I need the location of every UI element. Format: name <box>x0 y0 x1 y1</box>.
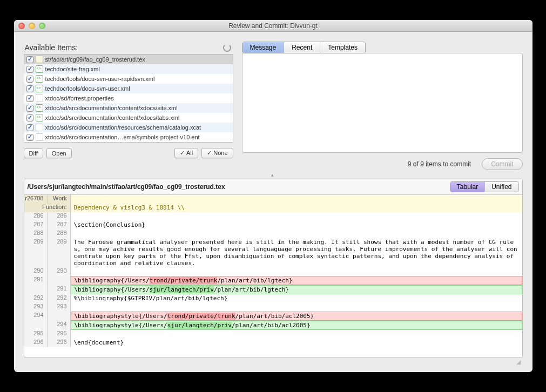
window-title: Review and Commit: Divvun-gt <box>14 22 532 30</box>
checkbox-icon[interactable] <box>26 105 33 112</box>
line-number-left: 296 <box>24 339 48 347</box>
refresh-icon[interactable] <box>223 44 231 52</box>
line-number-right <box>48 276 71 285</box>
diff-code: %\bibliography{$GTPRIV/plan/art/bib/lgte… <box>71 294 522 303</box>
line-number-left: 287 <box>24 221 48 229</box>
diff-code <box>71 212 522 221</box>
diff-button[interactable]: Diff <box>24 148 43 158</box>
message-tabs: Message Recent Templates <box>242 42 366 53</box>
line-number-right <box>48 312 71 321</box>
line-number-right: 287 <box>48 221 71 229</box>
file-name: techdoc/tools/docu-svn-user.xml <box>45 85 130 92</box>
commit-message-input[interactable] <box>242 53 523 153</box>
file-name: xtdoc/sd/src/documentation…ema/symbols-p… <box>45 134 200 140</box>
diff-code <box>71 330 522 339</box>
view-tabular[interactable]: Tabular <box>450 182 485 192</box>
checkbox-icon[interactable] <box>26 66 33 73</box>
checkbox-icon[interactable] <box>26 134 33 141</box>
checkbox-icon[interactable] <box>26 85 33 92</box>
line-number-right: 286 <box>48 212 71 221</box>
checkbox-icon[interactable] <box>26 56 33 63</box>
line-number-left: 290 <box>24 267 48 276</box>
list-item[interactable]: techdoc/site-frag.xml <box>24 64 233 74</box>
diff-code: \section{Conclusion} <box>71 221 522 229</box>
diff-code <box>71 303 522 312</box>
titlebar[interactable]: Review and Commit: Divvun-gt <box>14 20 532 32</box>
checkbox-icon[interactable] <box>26 114 33 121</box>
line-number-left: 295 <box>24 330 48 339</box>
file-icon <box>36 75 43 83</box>
checkbox-icon[interactable] <box>26 95 33 102</box>
diff-panel: /Users/sjur/langtech/main/st/fao/art/cg0… <box>24 179 523 357</box>
file-icon <box>36 65 43 73</box>
line-number-right: 296 <box>48 339 71 347</box>
diff-line: 295295 <box>24 330 522 339</box>
diff-code: \bibliographystyle{/Users/trond/private/… <box>71 312 522 321</box>
file-name: techdoc/tools/docu-svn-user-rapidsvn.xml <box>45 76 155 82</box>
diff-code <box>71 229 522 238</box>
diff-line: 291\bibliography{/Users/trond/private/tr… <box>24 276 522 285</box>
list-item[interactable]: st/fao/art/cg09/fao_cg09_trosterud.tex <box>24 55 233 64</box>
list-item[interactable]: xtdoc/sd/src/documentation/resources/sch… <box>24 123 233 132</box>
split-handle[interactable]: ▴ <box>24 170 523 179</box>
diff-code: \bibliography{/Users/sjur/langtech/priv/… <box>71 285 522 294</box>
line-number-right: 292 <box>48 294 71 303</box>
list-item[interactable]: xtdoc/sd/src/documentation/content/xdocs… <box>24 103 233 113</box>
diff-code: \bibliographystyle{/Users/sjur/langtech/… <box>71 321 522 330</box>
diff-line: 286286 <box>24 212 522 221</box>
line-number-left: 286 <box>24 212 48 221</box>
list-item[interactable]: xtdoc/sd/src/documentation…ema/symbols-p… <box>24 132 233 142</box>
line-number-left: 291 <box>24 276 48 285</box>
file-icon <box>36 85 43 92</box>
tab-recent[interactable]: Recent <box>284 42 320 53</box>
function-label: Function: <box>24 204 71 212</box>
resize-corner-icon[interactable]: ◢ <box>24 357 523 367</box>
diff-scroll[interactable]: r26708 Work Function: Dependency & vislc… <box>24 195 522 357</box>
diff-line: 296296\end{document} <box>24 339 522 347</box>
function-line: Dependency & vislcg3 & 18814 \\ <box>71 204 522 212</box>
line-number-left <box>24 321 48 330</box>
file-icon <box>36 124 43 131</box>
checkbox-icon[interactable] <box>26 124 33 131</box>
diff-line: 293293 <box>24 303 522 312</box>
line-number-right: 293 <box>48 303 71 312</box>
line-number-right: 294 <box>48 321 71 330</box>
line-number-right: 291 <box>48 285 71 294</box>
file-icon <box>36 94 43 102</box>
diff-line: 294\bibliographystyle{/Users/sjur/langte… <box>24 321 522 330</box>
file-list[interactable]: st/fao/art/cg09/fao_cg09_trosterud.texte… <box>24 54 233 143</box>
tab-templates[interactable]: Templates <box>320 42 365 53</box>
commit-button[interactable]: Commit <box>482 158 522 170</box>
line-number-left: 294 <box>24 312 48 321</box>
diff-code: The Faroese grammatical analyser present… <box>71 238 522 267</box>
line-number-right: 290 <box>48 267 71 276</box>
diff-view-toggle: Tabular Unified <box>450 181 519 192</box>
available-items-label: Available Items: <box>25 43 78 52</box>
diff-line: 290290 <box>24 267 522 276</box>
list-item[interactable]: techdoc/tools/docu-svn-user.xml <box>24 84 233 93</box>
file-name: xtdoc/sd/src/documentation/content/xdocs… <box>45 114 180 121</box>
checkbox-icon[interactable] <box>26 76 33 83</box>
diff-line: 294\bibliographystyle{/Users/trond/priva… <box>24 312 522 321</box>
rev-col-header: r26708 <box>24 195 48 204</box>
tab-message[interactable]: Message <box>242 42 285 53</box>
file-name: xtdoc/sd/forrest.properties <box>45 95 114 102</box>
commit-window: Review and Commit: Divvun-gt Available I… <box>14 20 532 372</box>
diff-code: \end{document} <box>71 339 522 347</box>
diff-line: 289289The Faroese grammatical analyser p… <box>24 238 522 267</box>
diff-code: \bibliography{/Users/trond/private/trunk… <box>71 276 522 285</box>
list-item[interactable]: techdoc/tools/docu-svn-user-rapidsvn.xml <box>24 74 233 84</box>
line-number-left: 289 <box>24 238 48 267</box>
check-all-button[interactable]: ✓ All <box>174 148 198 158</box>
file-name: st/fao/art/cg09/fao_cg09_trosterud.tex <box>45 56 145 63</box>
diff-file-path: /Users/sjur/langtech/main/st/fao/art/cg0… <box>28 183 225 191</box>
view-unified[interactable]: Unified <box>485 182 518 192</box>
line-number-left: 292 <box>24 294 48 303</box>
check-none-button[interactable]: ✓ None <box>201 148 233 158</box>
file-icon <box>36 114 43 121</box>
line-number-left: 288 <box>24 229 48 238</box>
open-button[interactable]: Open <box>46 148 72 158</box>
list-item[interactable]: xtdoc/sd/forrest.properties <box>24 93 233 103</box>
file-icon <box>36 133 43 141</box>
list-item[interactable]: xtdoc/sd/src/documentation/content/xdocs… <box>24 113 233 123</box>
